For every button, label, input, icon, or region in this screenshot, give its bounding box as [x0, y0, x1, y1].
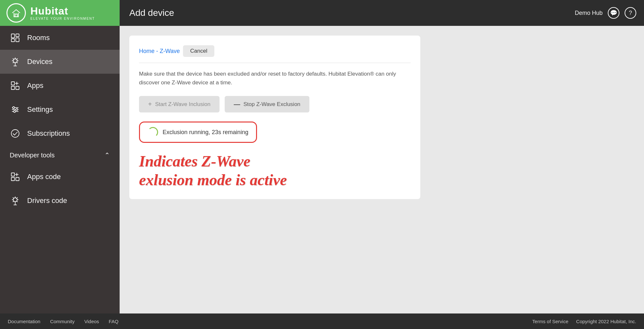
start-zwave-inclusion-button[interactable]: + Start Z-Wave Inclusion [139, 96, 220, 112]
svg-point-23 [13, 107, 15, 109]
annotation-line2: exlusion mode is active [139, 171, 411, 189]
svg-rect-0 [15, 14, 17, 17]
footer-link-community[interactable]: Community [50, 319, 75, 324]
svg-rect-19 [16, 86, 19, 90]
svg-point-26 [11, 130, 19, 137]
start-button-label: Start Z-Wave Inclusion [155, 101, 210, 108]
annotation-line1: Indicates Z-Wave [139, 152, 411, 171]
settings-icon [10, 105, 21, 114]
svg-line-9 [17, 62, 18, 63]
breadcrumb-nav: Home - Z-Wave Cancel [139, 45, 411, 63]
svg-rect-4 [16, 38, 19, 42]
help-icon[interactable]: ? [625, 7, 636, 19]
page-title: Add device [120, 8, 575, 18]
annotation-text: Indicates Z-Wave exlusion mode is active [139, 152, 411, 189]
exclusion-status-text: Exclusion running, 23s remaining [163, 129, 248, 136]
devices-icon [10, 57, 21, 67]
chevron-up-icon: ⌃ [104, 151, 110, 159]
svg-rect-2 [16, 34, 19, 37]
logo-icon [6, 3, 26, 23]
svg-point-32 [13, 198, 17, 202]
app-header: Hubitat ELEVATE YOUR ENVIRONMENT Add dev… [0, 0, 644, 26]
svg-rect-30 [11, 177, 15, 181]
svg-line-36 [17, 201, 18, 202]
stop-zwave-exclusion-button[interactable]: — Stop Z-Wave Exclusion [225, 96, 309, 112]
stop-button-label: Stop Z-Wave Exclusion [243, 101, 300, 108]
sidebar-item-label: Drivers code [27, 196, 67, 205]
sidebar-item-apps-code[interactable]: Apps code [0, 165, 120, 189]
loading-spinner [148, 127, 158, 137]
cancel-button[interactable]: Cancel [183, 45, 214, 57]
sidebar-item-label: Apps code [27, 173, 61, 181]
action-buttons: + Start Z-Wave Inclusion — Stop Z-Wave E… [139, 96, 411, 112]
svg-line-39 [13, 201, 14, 202]
sidebar-item-subscriptions[interactable]: Subscriptions [0, 122, 120, 145]
footer-copyright: Copyright 2022 Hubitat, Inc. [576, 319, 636, 324]
developer-tools-label: Developer tools [10, 152, 55, 159]
app-footer: Documentation Community Videos FAQ Terms… [0, 313, 644, 329]
drivers-code-icon [10, 196, 21, 206]
footer-link-documentation[interactable]: Documentation [8, 319, 40, 324]
apps-icon [10, 81, 21, 90]
plus-icon: + [148, 101, 152, 108]
svg-point-5 [13, 59, 17, 63]
sidebar-item-drivers-code[interactable]: Drivers code [0, 189, 120, 213]
exclusion-status-box: Exclusion running, 23s remaining [139, 122, 257, 143]
minus-icon: — [234, 101, 240, 108]
footer-terms[interactable]: Terms of Service [532, 319, 568, 324]
sidebar-item-label: Subscriptions [27, 129, 70, 138]
sidebar-item-label: Rooms [27, 34, 50, 42]
chat-icon[interactable]: 💬 [608, 7, 619, 19]
header-right: Demo Hub 💬 ? [575, 7, 644, 19]
sidebar-item-apps[interactable]: Apps [0, 74, 120, 98]
footer-link-videos[interactable]: Videos [84, 319, 99, 324]
svg-rect-3 [11, 39, 15, 42]
svg-line-34 [17, 197, 18, 198]
sidebar-item-label: Devices [27, 58, 52, 66]
description-text: Make sure that the device has been exclu… [139, 69, 411, 87]
logo-area: Hubitat ELEVATE YOUR ENVIRONMENT [0, 0, 120, 26]
svg-line-10 [13, 58, 14, 59]
brand-name: Hubitat [30, 6, 95, 16]
svg-rect-27 [11, 173, 15, 176]
brand-tagline: ELEVATE YOUR ENVIRONMENT [30, 17, 95, 20]
sidebar-item-rooms[interactable]: Rooms [0, 26, 120, 50]
svg-line-7 [17, 58, 18, 59]
sidebar-item-settings[interactable]: Settings [0, 98, 120, 122]
main-layout: Rooms Devices [0, 26, 644, 313]
sidebar-item-label: Apps [27, 81, 43, 90]
demo-hub-label: Demo Hub [575, 10, 603, 16]
svg-line-12 [13, 62, 14, 63]
svg-rect-31 [16, 177, 19, 181]
svg-line-37 [13, 197, 14, 198]
footer-link-faq[interactable]: FAQ [109, 319, 118, 324]
content-card: Home - Z-Wave Cancel Make sure that the … [129, 36, 420, 199]
developer-tools-section[interactable]: Developer tools ⌃ [0, 145, 120, 165]
svg-point-25 [14, 111, 16, 112]
sidebar: Rooms Devices [0, 26, 120, 313]
apps-code-icon [10, 172, 21, 182]
svg-point-24 [16, 109, 18, 111]
breadcrumb-link[interactable]: Home - Z-Wave [139, 48, 180, 55]
logo-text: Hubitat ELEVATE YOUR ENVIRONMENT [30, 6, 95, 20]
sidebar-item-devices[interactable]: Devices [0, 50, 120, 74]
svg-rect-15 [11, 82, 15, 85]
sidebar-item-label: Settings [27, 105, 53, 114]
footer-right: Terms of Service Copyright 2022 Hubitat,… [532, 319, 636, 324]
rooms-icon [10, 33, 21, 43]
content-area: Home - Z-Wave Cancel Make sure that the … [120, 26, 644, 313]
svg-rect-18 [11, 86, 15, 90]
svg-rect-1 [11, 34, 15, 38]
subscriptions-icon [10, 129, 21, 138]
